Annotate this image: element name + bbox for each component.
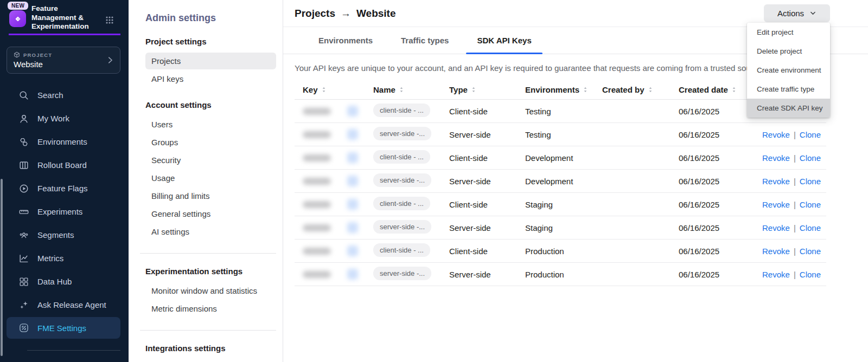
cube-icon xyxy=(14,51,20,58)
column-header-key[interactable]: Key xyxy=(295,85,373,94)
clone-link[interactable]: Clone xyxy=(800,270,821,279)
sidebar-item-environments[interactable]: Environments xyxy=(0,130,129,153)
tab-sdk-api-keys[interactable]: SDK API Keys xyxy=(465,27,543,54)
redacted-key-value xyxy=(303,178,331,185)
api-keys-description: Your API keys are unique to your account… xyxy=(295,63,825,73)
copy-key-button[interactable] xyxy=(347,245,358,256)
revoke-link[interactable]: Revoke xyxy=(762,223,790,232)
breadcrumb: Projects → Website xyxy=(295,8,396,20)
revoke-link[interactable]: Revoke xyxy=(762,177,790,186)
search-icon xyxy=(18,89,29,101)
admin-item-integrations[interactable]: Integrations xyxy=(145,359,276,362)
row-actions: Revoke | Clone xyxy=(757,247,826,256)
copy-key-button[interactable] xyxy=(347,199,358,210)
menu-item-create-sdk-api-key[interactable]: Create SDK API key xyxy=(747,99,830,118)
sort-icon[interactable] xyxy=(648,86,653,93)
section-heading-account-settings: Account settings xyxy=(145,100,276,109)
column-header-created-date[interactable]: Created date xyxy=(679,85,757,94)
table-row: client-side - ... Client-side Testing 06… xyxy=(295,100,826,123)
created-date-cell: 06/16/2025 xyxy=(679,270,757,279)
redacted-key-value xyxy=(303,271,331,278)
revoke-link[interactable]: Revoke xyxy=(762,153,790,163)
admin-item-ai-settings[interactable]: AI settings xyxy=(145,223,276,240)
environment-cell: Development xyxy=(525,177,602,186)
admin-item-security[interactable]: Security xyxy=(145,152,276,169)
admin-item-monitor-window[interactable]: Monitor window and statistics xyxy=(145,282,276,299)
sort-icon[interactable] xyxy=(321,86,327,93)
menu-item-edit-project[interactable]: Edit project xyxy=(747,23,830,42)
admin-item-groups[interactable]: Groups xyxy=(145,134,276,151)
admin-item-api-keys[interactable]: API keys xyxy=(145,70,276,87)
admin-item-projects[interactable]: Projects xyxy=(145,53,276,69)
admin-item-general-settings[interactable]: General settings xyxy=(145,205,276,222)
sidebar-item-feature-flags[interactable]: Feature Flags xyxy=(0,177,129,200)
clone-link[interactable]: Clone xyxy=(800,130,821,139)
copy-key-button[interactable] xyxy=(347,269,358,280)
product-title: Feature Management & Experimentation xyxy=(31,4,103,31)
actions-separator: | xyxy=(794,200,796,209)
section-heading-project-settings: Project settings xyxy=(145,37,276,46)
sidebar-item-ask-release-agent[interactable]: Ask Release Agent xyxy=(0,293,129,316)
menu-item-create-traffic-type[interactable]: Create traffic type xyxy=(747,80,830,99)
app-grid-icon[interactable] xyxy=(105,16,114,24)
sidebar-item-fme-settings[interactable]: FME Settings xyxy=(7,317,120,339)
column-header-type[interactable]: Type xyxy=(449,85,525,94)
sidebar-scrollbar[interactable] xyxy=(1,179,3,356)
admin-item-users[interactable]: Users xyxy=(145,116,276,133)
api-keys-table: Key Name Type Environments Created by xyxy=(295,80,826,286)
menu-item-create-environment[interactable]: Create environment xyxy=(747,61,830,80)
fme-settings-icon xyxy=(18,322,29,334)
copy-key-button[interactable] xyxy=(347,129,358,140)
menu-item-delete-project[interactable]: Delete project xyxy=(747,42,830,61)
sort-icon[interactable] xyxy=(399,86,404,93)
created-date-cell: 06/16/2025 xyxy=(679,130,757,139)
type-cell: Server-side xyxy=(449,270,525,279)
table-body: client-side - ... Client-side Testing 06… xyxy=(295,100,826,286)
copy-key-button[interactable] xyxy=(347,106,358,117)
redacted-key-value xyxy=(303,154,331,161)
sidebar-item-experiments[interactable]: Experiments xyxy=(0,200,129,223)
created-date-cell: 06/16/2025 xyxy=(679,247,757,256)
redacted-key-value xyxy=(303,131,331,138)
clone-link[interactable]: Clone xyxy=(800,200,821,209)
revoke-link[interactable]: Revoke xyxy=(762,270,790,279)
admin-item-usage[interactable]: Usage xyxy=(145,170,276,186)
sort-icon[interactable] xyxy=(731,86,737,93)
copy-key-button[interactable] xyxy=(347,222,358,233)
table-row: client-side - ... Client-side Staging 06… xyxy=(295,193,826,216)
created-date-cell: 06/16/2025 xyxy=(679,153,757,163)
sort-icon[interactable] xyxy=(471,86,476,93)
clone-link[interactable]: Clone xyxy=(800,153,821,163)
sidebar-item-my-work[interactable]: My Work xyxy=(0,107,129,130)
admin-item-metric-dimensions[interactable]: Metric dimensions xyxy=(145,300,276,317)
column-header-environments[interactable]: Environments xyxy=(525,85,602,94)
clone-link[interactable]: Clone xyxy=(800,177,821,186)
sidebar-item-segments[interactable]: Segments xyxy=(0,223,129,247)
clone-link[interactable]: Clone xyxy=(800,223,821,232)
column-header-created-by[interactable]: Created by xyxy=(602,85,679,94)
sidebar-item-metrics[interactable]: Metrics xyxy=(0,247,129,270)
revoke-link[interactable]: Revoke xyxy=(762,130,790,139)
sidebar-item-rollout-board[interactable]: Rollout Board xyxy=(0,153,129,177)
actions-button[interactable]: Actions xyxy=(764,4,830,22)
project-name: Website xyxy=(14,60,113,69)
copy-key-button[interactable] xyxy=(347,152,358,163)
admin-item-billing-and-limits[interactable]: Billing and limits xyxy=(145,188,276,204)
environment-cell: Production xyxy=(525,270,602,279)
revoke-link[interactable]: Revoke xyxy=(762,200,790,209)
tab-traffic-types[interactable]: Traffic types xyxy=(389,27,461,54)
tab-environments[interactable]: Environments xyxy=(307,27,385,54)
clone-link[interactable]: Clone xyxy=(800,247,821,256)
sort-icon[interactable] xyxy=(583,86,588,93)
table-row: server-side -... Server-side Development… xyxy=(295,170,826,193)
table-row: client-side - ... Client-side Developmen… xyxy=(295,146,826,170)
sidebar-item-search[interactable]: Search xyxy=(0,83,129,107)
project-selector[interactable]: PROJECT Website xyxy=(7,47,120,74)
breadcrumb-parent[interactable]: Projects xyxy=(295,8,335,20)
copy-key-button[interactable] xyxy=(347,176,358,186)
sidebar-item-data-hub[interactable]: Data Hub xyxy=(0,270,129,293)
row-actions: Revoke | Clone xyxy=(757,223,826,232)
row-actions: Revoke | Clone xyxy=(757,153,826,163)
revoke-link[interactable]: Revoke xyxy=(762,247,790,256)
column-header-name[interactable]: Name xyxy=(373,85,449,94)
